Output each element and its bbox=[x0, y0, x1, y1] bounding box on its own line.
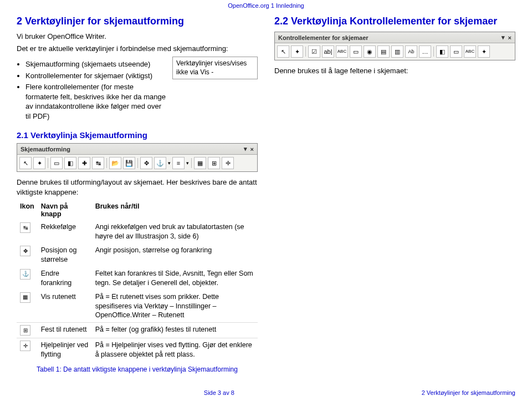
addfield-icon[interactable]: ✚ bbox=[78, 157, 90, 169]
row-icon: ✥ bbox=[17, 243, 38, 267]
open-icon[interactable]: 📂 bbox=[109, 157, 121, 169]
row-icon: ↹ bbox=[17, 220, 38, 243]
order-icon[interactable]: ↹ bbox=[92, 157, 104, 169]
row-use: Angi rekkefølgen ved bruk av tabulatorta… bbox=[92, 220, 258, 243]
th-name: Navn på knapp bbox=[38, 200, 92, 220]
abc-icon[interactable]: ABC bbox=[464, 45, 476, 58]
pos-icon[interactable]: ✥ bbox=[140, 157, 152, 169]
row-icon: ✛ bbox=[17, 338, 38, 362]
table-row: ✥ Posisjon og størrelse Angir posisjon, … bbox=[17, 243, 258, 267]
close-icon[interactable]: × bbox=[508, 34, 511, 41]
nav-icon[interactable]: ◧ bbox=[64, 157, 76, 169]
form-icon[interactable]: ▭ bbox=[50, 157, 63, 169]
table-caption: Tabell 1: De antatt viktigste knappene i… bbox=[17, 365, 258, 374]
row-use: På = felter (og grafikk) festes til rute… bbox=[92, 323, 258, 338]
separator bbox=[137, 158, 138, 168]
row-icon: ⚓ bbox=[17, 267, 38, 290]
guides-icon[interactable]: ✛ bbox=[222, 157, 234, 169]
row-use: Feltet kan forankres til Side, Avsnitt, … bbox=[92, 267, 258, 290]
row-icon: ▦ bbox=[17, 290, 38, 323]
intro-text: Vi bruker OpenOffice Writer. bbox=[17, 32, 258, 42]
bullet-3: Flere kontrollelementer (for meste forma… bbox=[25, 82, 168, 121]
toolbar-titlebar[interactable]: Skjemautforming ▾ × bbox=[17, 144, 257, 155]
wizards-toggle-icon[interactable]: ✦ bbox=[478, 45, 490, 58]
toolbar-row: ↖ ✦ ☑ ab| ABC ▭ ◉ ▤ ▥ Ab … ◧ ▭ ABC ✦ bbox=[275, 43, 515, 60]
grid-icon[interactable]: ▦ bbox=[194, 157, 206, 169]
header-text: OpenOffice.org 1 Innledning bbox=[228, 2, 304, 9]
dropdown-icon[interactable]: ▾ bbox=[168, 160, 171, 166]
right-column: 2.2 Verktøylinja Kontrollelementer for s… bbox=[274, 13, 515, 374]
listbox-icon[interactable]: ▤ bbox=[377, 45, 390, 58]
table-row: ⊞ Fest til rutenett På = felter (og graf… bbox=[17, 323, 258, 338]
dropdown-icon[interactable]: ▾ bbox=[244, 145, 247, 153]
wizard-icon[interactable]: ✦ bbox=[291, 45, 303, 58]
page-header: OpenOffice.org 1 Innledning bbox=[17, 0, 515, 13]
right-desc: Denne brukes til å lage feltene i skjema… bbox=[274, 66, 515, 76]
radio-icon[interactable]: ◉ bbox=[364, 45, 376, 58]
save-icon[interactable]: 💾 bbox=[123, 157, 135, 169]
label-icon[interactable]: Ab bbox=[405, 45, 417, 58]
page-footer: Side 3 av 8 2 Verktøylinjer for skjemaut… bbox=[17, 389, 515, 396]
bullet-1: Skjemautforming (skjemaets utseende) bbox=[25, 59, 168, 69]
control-props-icon[interactable]: ▭ bbox=[450, 45, 462, 58]
close-icon[interactable]: × bbox=[250, 146, 254, 153]
footer-right: 2 Verktøylinjer for skjemautforming bbox=[422, 389, 515, 396]
row-name: Hjelpelinjer ved flytting bbox=[38, 338, 92, 362]
form-props-icon[interactable]: ◧ bbox=[436, 45, 448, 58]
more-controls-icon[interactable]: … bbox=[419, 45, 431, 58]
footer-page-number: Side 3 av 8 bbox=[17, 389, 422, 396]
note-box: Verktøylinjer vises/vises ikke via Vis - bbox=[172, 57, 258, 79]
align-icon[interactable]: ≡ bbox=[172, 157, 185, 169]
hjelpelinjer-icon: ✛ bbox=[20, 341, 30, 351]
cursor-icon[interactable]: ↖ bbox=[277, 45, 289, 58]
snap-icon[interactable]: ⊞ bbox=[208, 157, 220, 169]
checkbox-icon[interactable]: ☑ bbox=[308, 45, 320, 58]
row-icon: ⊞ bbox=[17, 323, 38, 338]
textfield-icon[interactable]: ab| bbox=[322, 45, 334, 58]
rutenett-icon: ▦ bbox=[20, 292, 30, 303]
row-use: På = Et rutenett vises som prikker. Dett… bbox=[92, 290, 258, 323]
toolbar-title-text: Kontrollelementer for skjemaer bbox=[278, 34, 369, 41]
separator bbox=[106, 158, 107, 168]
button-icon[interactable]: ▭ bbox=[350, 45, 362, 58]
two-column-layout: 2 Verktøylinjer for skjemautforming Vi b… bbox=[17, 13, 515, 374]
page: OpenOffice.org 1 Innledning 2 Verktøylin… bbox=[0, 0, 532, 399]
left-column: 2 Verktøylinjer for skjemautforming Vi b… bbox=[17, 13, 258, 374]
th-icon: Ikon bbox=[17, 200, 38, 220]
separator bbox=[305, 47, 306, 57]
table-row: ⚓ Endre forankring Feltet kan forankres … bbox=[17, 267, 258, 290]
formatted-icon[interactable]: ABC bbox=[336, 45, 348, 58]
toolbar-kontrollelementer: Kontrollelementer for skjemaer ▾ × ↖ ✦ ☑… bbox=[274, 32, 515, 60]
posisjon-icon: ✥ bbox=[20, 246, 30, 256]
table-row: ↹ Rekkefølge Angi rekkefølgen ved bruk a… bbox=[17, 220, 258, 243]
toolbar-titlebar[interactable]: Kontrollelementer for skjemaer ▾ × bbox=[275, 32, 515, 43]
combobox-icon[interactable]: ▥ bbox=[391, 45, 403, 58]
section-2-heading: 2 Verktøylinjer for skjemautforming bbox=[17, 16, 258, 27]
row-use: Angir posisjon, størrelse og forankring bbox=[92, 243, 258, 267]
toolbar-title-text: Skjemautforming bbox=[21, 146, 70, 153]
toolbar-skjemautforming: Skjemautforming ▾ × ↖ ✦ ▭ ◧ ✚ ↹ 📂 💾 bbox=[17, 143, 258, 172]
row-name: Posisjon og størrelse bbox=[38, 243, 92, 267]
buttons-table: Ikon Navn på knapp Brukes når/til ↹ Rekk… bbox=[17, 200, 258, 362]
toolbar-row: ↖ ✦ ▭ ◧ ✚ ↹ 📂 💾 ✥ ⚓ ▾ ≡ ▾ bbox=[17, 155, 257, 171]
anchor-icon[interactable]: ⚓ bbox=[154, 157, 166, 169]
toolbar1-desc: Denne brukes til utforming/layout av skj… bbox=[17, 177, 258, 197]
dropdown-icon[interactable]: ▾ bbox=[186, 160, 189, 166]
row-name: Rekkefølge bbox=[38, 220, 92, 243]
bullets-with-note: Skjemautforming (skjemaets utseende) Kon… bbox=[17, 55, 258, 125]
wizard-icon[interactable]: ✦ bbox=[33, 157, 45, 169]
fest-rutenett-icon: ⊞ bbox=[20, 325, 30, 336]
th-use: Brukes når/til bbox=[92, 200, 258, 220]
table-row: ▦ Vis rutenett På = Et rutenett vises so… bbox=[17, 290, 258, 323]
separator bbox=[433, 47, 434, 57]
intro-text-2: Det er tre aktuelle verktøylinjer i forb… bbox=[17, 44, 258, 54]
row-name: Vis rutenett bbox=[38, 290, 92, 323]
forankring-icon: ⚓ bbox=[20, 269, 30, 280]
cursor-icon[interactable]: ↖ bbox=[19, 157, 32, 169]
separator bbox=[48, 158, 48, 168]
row-name: Fest til rutenett bbox=[38, 323, 92, 338]
bullet-list: Skjemautforming (skjemaets utseende) Kon… bbox=[25, 58, 168, 123]
bullet-2: Kontrollelementer for skjemaer (viktigst… bbox=[25, 71, 168, 81]
dropdown-icon[interactable]: ▾ bbox=[502, 34, 505, 41]
rekkefolge-icon: ↹ bbox=[20, 222, 30, 233]
